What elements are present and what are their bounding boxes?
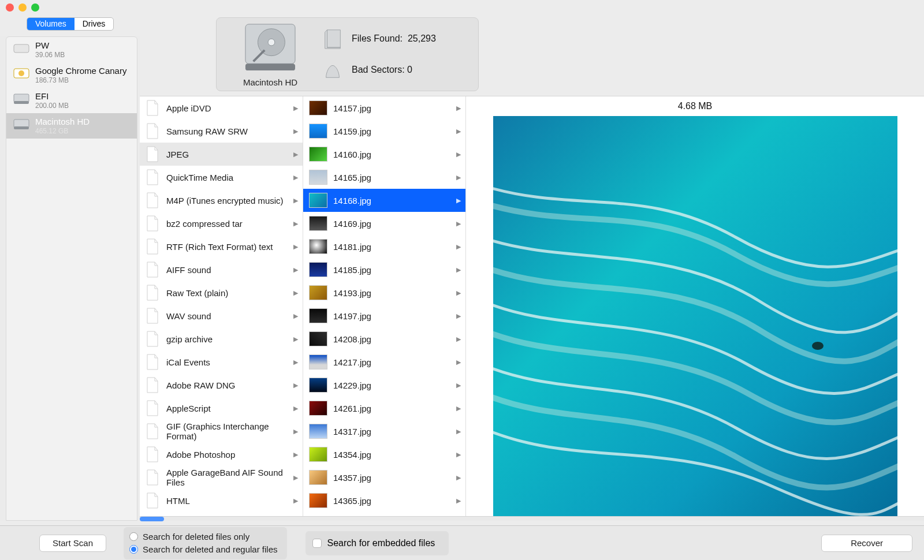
- chevron-right-icon: ▶: [456, 289, 461, 297]
- filetype-icon: [146, 238, 159, 255]
- filetype-item[interactable]: Adobe RAW DNG▶: [140, 374, 303, 397]
- file-thumbnail: [309, 401, 327, 416]
- file-item[interactable]: 14354.jpg▶: [303, 443, 465, 466]
- filetype-item[interactable]: QuickTime Media▶: [140, 166, 303, 189]
- filetype-item[interactable]: WAV sound▶: [140, 304, 303, 327]
- filetype-icon: [146, 100, 159, 116]
- recover-button[interactable]: Recover: [821, 535, 912, 552]
- volume-name: Google Chrome Canary: [35, 66, 126, 76]
- embedded-files-checkbox[interactable]: Search for embedded files: [305, 531, 449, 555]
- file-name: 14261.jpg: [333, 404, 371, 413]
- file-item[interactable]: 14357.jpg▶: [303, 466, 465, 489]
- file-name: 14185.jpg: [333, 265, 371, 275]
- filetype-label: gzip archive: [166, 334, 213, 344]
- search-mode-radio-group: Search for deleted files only Search for…: [124, 527, 286, 559]
- volume-size: 39.06 MB: [35, 51, 65, 59]
- filetype-label: bz2 compressed tar: [166, 219, 243, 229]
- chevron-right-icon: ▶: [293, 104, 298, 112]
- file-item[interactable]: 14157.jpg▶: [303, 96, 465, 120]
- filetype-item[interactable]: AppleScript▶: [140, 397, 303, 420]
- file-item[interactable]: 14169.jpg▶: [303, 212, 465, 235]
- file-item[interactable]: 14365.jpg▶: [303, 489, 465, 512]
- chevron-right-icon: ▶: [456, 451, 461, 458]
- chevron-right-icon: ▶: [456, 405, 461, 412]
- filetype-icon: [146, 308, 159, 324]
- volumes-sidebar: PW39.06 MBGoogle Chrome Canary186.73 MBE…: [0, 36, 140, 521]
- drive-icon: [13, 118, 29, 130]
- filetype-item[interactable]: Apple GarageBand AIF Sound Files▶: [140, 466, 303, 489]
- drive-icon: [13, 67, 29, 80]
- chevron-right-icon: ▶: [293, 474, 298, 481]
- volume-item[interactable]: PW39.06 MB: [6, 37, 137, 62]
- window-close-button[interactable]: [6, 3, 14, 12]
- volume-item[interactable]: Google Chrome Canary186.73 MB: [6, 62, 137, 88]
- radio-deleted-only[interactable]: Search for deleted files only: [129, 531, 277, 543]
- filetype-label: AIFF sound: [166, 265, 211, 275]
- filetype-label: Apple GarageBand AIF Sound Files: [166, 468, 297, 487]
- volume-name: Macintosh HD: [35, 117, 90, 127]
- filetype-label: iCal Events: [166, 357, 210, 367]
- file-item[interactable]: 14217.jpg▶: [303, 350, 465, 374]
- filetype-item[interactable]: RTF (Rich Text Format) text▶: [140, 235, 303, 258]
- file-thumbnail: [309, 447, 327, 462]
- window-minimize-button[interactable]: [18, 3, 27, 12]
- drive-icon: [13, 42, 29, 54]
- file-name: 14197.jpg: [333, 311, 371, 321]
- file-item[interactable]: 14185.jpg▶: [303, 258, 465, 281]
- filetype-item[interactable]: iCal Events▶: [140, 350, 303, 374]
- radio-deleted-and-regular[interactable]: Search for deleted and regular files: [129, 543, 277, 556]
- filetype-item[interactable]: HTML▶: [140, 489, 303, 512]
- filetype-item[interactable]: bz2 compressed tar▶: [140, 212, 303, 235]
- file-thumbnail: [309, 124, 327, 139]
- file-item[interactable]: 14181.jpg▶: [303, 235, 465, 258]
- file-name: 14357.jpg: [333, 473, 371, 483]
- volume-item[interactable]: Macintosh HD465.12 GB: [6, 113, 137, 139]
- file-thumbnail: [309, 470, 327, 485]
- filetype-icon: [146, 423, 159, 439]
- file-item[interactable]: 14193.jpg▶: [303, 281, 465, 304]
- chevron-right-icon: ▶: [293, 497, 298, 505]
- filetype-icon: [146, 192, 159, 208]
- volume-item[interactable]: EFI200.00 MB: [6, 88, 137, 113]
- segment-volumes[interactable]: Volumes: [27, 18, 74, 30]
- file-name: 14193.jpg: [333, 288, 371, 298]
- file-item[interactable]: 14197.jpg▶: [303, 304, 465, 327]
- filetype-item[interactable]: GIF (Graphics Interchange Format)▶: [140, 420, 303, 443]
- filetype-item[interactable]: M4P (iTunes encrypted music)▶: [140, 189, 303, 212]
- file-name: 14229.jpg: [333, 380, 371, 390]
- file-item[interactable]: 14159.jpg▶: [303, 120, 465, 143]
- file-item[interactable]: 14160.jpg▶: [303, 143, 465, 166]
- volume-name: PW: [35, 40, 65, 51]
- volume-name: EFI: [35, 91, 69, 102]
- segment-drives[interactable]: Drives: [74, 18, 114, 30]
- file-thumbnail: [309, 239, 327, 254]
- file-name: 14208.jpg: [333, 334, 371, 344]
- filetype-icon: [146, 262, 159, 278]
- file-item[interactable]: 14208.jpg▶: [303, 327, 465, 350]
- filetype-item[interactable]: Adobe Photoshop▶: [140, 443, 303, 466]
- start-scan-button[interactable]: Start Scan: [39, 535, 106, 552]
- filetype-item[interactable]: gzip archive▶: [140, 327, 303, 350]
- file-item[interactable]: 14168.jpg▶: [303, 189, 465, 212]
- filetype-item[interactable]: JPEG▶: [140, 143, 303, 166]
- filetype-label: HTML: [166, 496, 190, 506]
- file-item[interactable]: 14317.jpg▶: [303, 420, 465, 443]
- filetype-label: WAV sound: [166, 311, 211, 321]
- file-thumbnail: [309, 378, 327, 393]
- filetype-item[interactable]: AIFF sound▶: [140, 258, 303, 281]
- filetype-item[interactable]: Samsung RAW SRW▶: [140, 120, 303, 143]
- files-column: 14157.jpg▶14159.jpg▶14160.jpg▶14165.jpg▶…: [303, 96, 465, 521]
- file-item[interactable]: 14165.jpg▶: [303, 166, 465, 189]
- radio-icon: [129, 532, 138, 541]
- file-thumbnail: [309, 424, 327, 439]
- file-item[interactable]: 14229.jpg▶: [303, 374, 465, 397]
- file-name: 14317.jpg: [333, 427, 371, 436]
- filetype-label: Adobe RAW DNG: [166, 380, 235, 390]
- filetype-item[interactable]: Raw Text (plain)▶: [140, 281, 303, 304]
- file-name: 14165.jpg: [333, 173, 371, 182]
- window-zoom-button[interactable]: [31, 3, 39, 12]
- filetype-item[interactable]: Apple iDVD▶: [140, 96, 303, 120]
- horizontal-scrollbar[interactable]: [140, 516, 924, 521]
- file-thumbnail: [309, 285, 327, 300]
- file-item[interactable]: 14261.jpg▶: [303, 397, 465, 420]
